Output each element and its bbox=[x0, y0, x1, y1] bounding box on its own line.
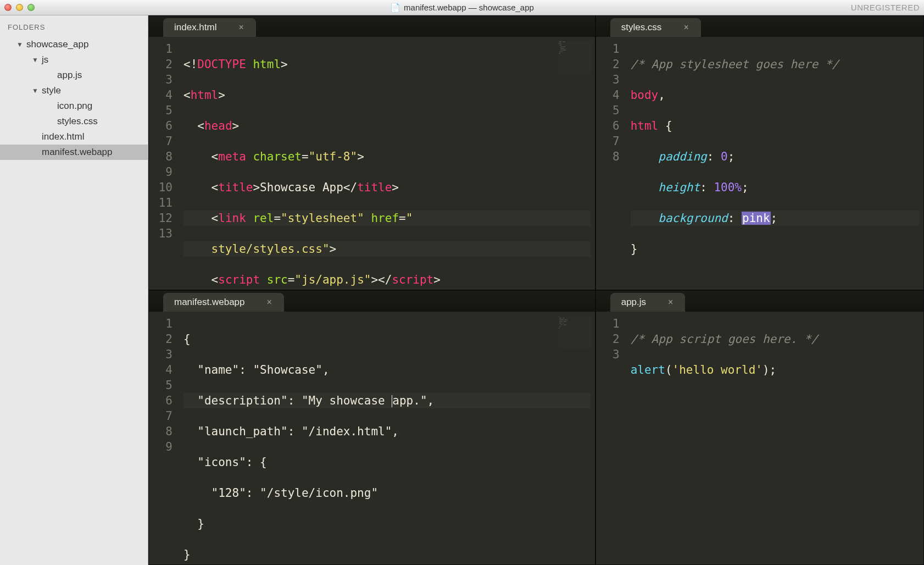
sidebar-item-label: styles.css bbox=[57, 116, 98, 127]
code-area[interactable]: 12345678 /* App stylesheet goes here */ … bbox=[596, 37, 923, 290]
window-title: manifest.webapp — showcase_app bbox=[404, 3, 534, 12]
sidebar-item-app-js[interactable]: app.js bbox=[0, 68, 148, 83]
tabbar[interactable]: manifest.webapp × bbox=[149, 291, 595, 312]
selected-text: pink bbox=[742, 212, 771, 225]
css-comment: /* App stylesheet goes here */ bbox=[631, 58, 839, 71]
json-val: /style/icon.png bbox=[267, 486, 371, 500]
sidebar[interactable]: FOLDERS ▼showcase_app▼jsapp.js▼styleicon… bbox=[0, 15, 148, 565]
disclosure-triangle-icon[interactable]: ▼ bbox=[15, 41, 24, 48]
json-key: description bbox=[204, 394, 281, 407]
zoom-window-button[interactable] bbox=[27, 4, 35, 11]
css-prop: height bbox=[658, 181, 700, 194]
sidebar-item-showcase-app[interactable]: ▼showcase_app bbox=[0, 37, 148, 52]
gutter: 123456789 bbox=[149, 312, 179, 564]
sidebar-header: FOLDERS bbox=[0, 20, 148, 37]
sidebar-item-label: icon.png bbox=[57, 101, 92, 112]
code-area[interactable]: 123456789 { "name": "Showcase", "descrip… bbox=[149, 312, 595, 564]
tab-label: app.js bbox=[621, 297, 646, 308]
sidebar-item-styles-css[interactable]: styles.css bbox=[0, 114, 148, 129]
css-val: 0 bbox=[721, 150, 728, 163]
tab-index-html[interactable]: index.html × bbox=[163, 18, 256, 37]
json-val: Showcase bbox=[260, 363, 315, 376]
text-cursor bbox=[392, 395, 392, 407]
sidebar-item-label: js bbox=[42, 54, 48, 65]
css-prop: padding bbox=[658, 150, 707, 163]
gutter: 12345678910111213 bbox=[149, 37, 179, 290]
json-key: name bbox=[204, 363, 232, 376]
sidebar-item-label: showcase_app bbox=[26, 39, 88, 50]
href-value: style/styles.css bbox=[211, 242, 322, 256]
css-prop: background bbox=[658, 212, 727, 225]
src-value: js/app.js bbox=[302, 273, 364, 286]
json-key: launch_path bbox=[204, 425, 281, 438]
code-area[interactable]: 12345678910111213 <!DOCTYPE html> <html>… bbox=[149, 37, 595, 290]
pane-styles-css: styles.css × 12345678 /* App stylesheet … bbox=[595, 15, 924, 290]
close-icon[interactable]: × bbox=[668, 297, 673, 307]
unregistered-label: UNREGISTERED bbox=[851, 3, 920, 12]
window-titlebar: 📄 manifest.webapp — showcase_app UNREGIS… bbox=[0, 0, 924, 15]
sidebar-item-label: app.js bbox=[57, 70, 82, 81]
tab-manifest-webapp[interactable]: manifest.webapp × bbox=[163, 293, 284, 312]
editor-panes: index.html × 12345678910111213 <!DOCTYPE… bbox=[148, 15, 924, 565]
document-icon: 📄 bbox=[390, 3, 400, 13]
rel-value: stylesheet bbox=[288, 212, 357, 225]
minimap[interactable]: xxx xxxxxx xx xxxxx xxxx xxxxxx xxxxx bbox=[559, 41, 592, 74]
sidebar-item-js[interactable]: ▼js bbox=[0, 52, 148, 68]
pane-app-js: app.js × 123 /* App script goes here. */… bbox=[595, 290, 924, 565]
traffic-lights bbox=[4, 4, 35, 11]
tabbar[interactable]: index.html × bbox=[149, 16, 595, 37]
json-key: icons bbox=[204, 456, 239, 469]
sidebar-item-icon-png[interactable]: icon.png bbox=[0, 98, 148, 114]
css-selector: body bbox=[631, 88, 659, 102]
tabbar[interactable]: app.js × bbox=[596, 291, 923, 312]
json-key: 128 bbox=[218, 486, 239, 500]
close-icon[interactable]: × bbox=[238, 23, 243, 32]
sidebar-item-label: manifest.webapp bbox=[42, 147, 113, 158]
js-func: alert bbox=[631, 363, 665, 376]
sidebar-item-manifest-webapp[interactable]: manifest.webapp bbox=[0, 145, 148, 160]
js-comment: /* App script goes here. */ bbox=[631, 333, 818, 346]
tab-label: manifest.webapp bbox=[174, 297, 245, 308]
js-string: hello world bbox=[679, 363, 755, 376]
sidebar-item-index-html[interactable]: index.html bbox=[0, 129, 148, 145]
close-window-button[interactable] bbox=[4, 4, 12, 11]
close-icon[interactable]: × bbox=[267, 297, 272, 307]
title-text: Showcase App bbox=[260, 181, 343, 194]
pane-manifest-webapp: manifest.webapp × 123456789 { "name": "S… bbox=[148, 290, 595, 565]
code-area[interactable]: 123 /* App script goes here. */ alert('h… bbox=[596, 312, 923, 564]
tab-label: index.html bbox=[174, 22, 216, 33]
json-val: /index.html bbox=[309, 425, 385, 438]
css-selector: html bbox=[631, 119, 659, 132]
sidebar-item-label: index.html bbox=[42, 131, 84, 142]
pane-index-html: index.html × 12345678910111213 <!DOCTYPE… bbox=[148, 15, 595, 290]
sidebar-item-label: style bbox=[42, 85, 61, 96]
tab-styles-css[interactable]: styles.css × bbox=[610, 18, 701, 37]
css-val: 100% bbox=[714, 181, 742, 194]
gutter: 12345678 bbox=[596, 37, 626, 290]
disclosure-triangle-icon[interactable]: ▼ bbox=[31, 56, 40, 64]
sidebar-item-style[interactable]: ▼style bbox=[0, 83, 148, 98]
disclosure-triangle-icon[interactable]: ▼ bbox=[31, 87, 40, 95]
minimap[interactable]: x xx xx xxxx xxx xxx xxx xx x xx xxx xx bbox=[559, 316, 592, 349]
tabbar[interactable]: styles.css × bbox=[596, 16, 923, 37]
gutter: 123 bbox=[596, 312, 626, 564]
tab-app-js[interactable]: app.js × bbox=[610, 293, 686, 312]
tab-label: styles.css bbox=[621, 22, 662, 33]
close-icon[interactable]: × bbox=[683, 23, 688, 32]
minimize-window-button[interactable] bbox=[16, 4, 23, 11]
